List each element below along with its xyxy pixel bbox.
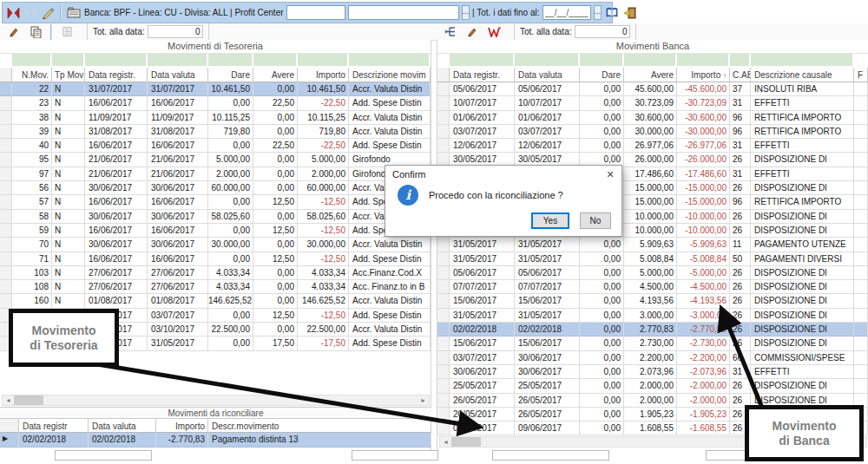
scroll-thumb[interactable] — [14, 395, 43, 405]
col-header-importo-sorted[interactable]: Importo ↑ — [677, 68, 730, 82]
table-row[interactable]: 31/05/2017 31/05/2017 0,00 3.000,00 -3.0… — [437, 309, 868, 323]
row-selector[interactable] — [0, 195, 12, 209]
col-header-data-valuta[interactable]: Data valuta — [148, 68, 208, 82]
book-icon[interactable] — [604, 4, 620, 21]
table-row[interactable]: 31/05/2017 31/05/2017 0,00 5.008,84 -5.0… — [437, 252, 868, 266]
col-header-cabi[interactable]: C.ABI — [730, 68, 751, 82]
scroll-thumb[interactable] — [451, 437, 481, 447]
row-selector[interactable] — [0, 294, 12, 308]
row-selector[interactable] — [0, 139, 12, 153]
profit-center-lookup-button[interactable]: ... — [462, 5, 470, 20]
col-header-data-valuta[interactable]: Data valuta — [89, 419, 156, 433]
col-header-data-registr[interactable]: Data registr. — [450, 68, 515, 82]
row-selector[interactable] — [437, 422, 450, 435]
table-row[interactable]: 108 N 27/06/2017 27/06/2017 4.033,34 0,0… — [0, 280, 431, 294]
row-selector[interactable] — [0, 96, 12, 110]
no-button[interactable]: No — [580, 212, 611, 229]
row-selector[interactable] — [0, 153, 12, 167]
reconcile-disabled-icon[interactable] — [23, 4, 38, 21]
row-selector[interactable] — [437, 139, 450, 153]
col-header-descr-movimento[interactable]: Descr.movimento — [208, 419, 431, 433]
col-header-dare[interactable]: Dare — [208, 68, 253, 82]
edit-icon[interactable] — [464, 23, 481, 40]
col-header-dare[interactable]: Dare — [580, 68, 624, 82]
row-selector[interactable] — [0, 125, 12, 139]
table-row[interactable]: 160 N 01/08/2017 01/08/2017 146.625,52 0… — [0, 294, 431, 308]
col-header-data-valuta[interactable]: Data valuta — [515, 68, 580, 82]
cardfile-icon[interactable] — [66, 4, 82, 21]
row-selector[interactable] — [0, 210, 12, 224]
table-row[interactable]: 70 N 30/06/2017 30/06/2017 30.000,00 0,0… — [0, 238, 431, 252]
close-icon[interactable]: ✕ — [599, 166, 621, 183]
table-row[interactable]: 59 N 16/06/2017 16/06/2017 0,00 12,50 -1… — [0, 224, 431, 238]
row-selector[interactable] — [437, 309, 450, 323]
row-selector[interactable] — [437, 82, 450, 96]
col-header-causale[interactable]: Descrizione causale — [751, 68, 854, 82]
table-row[interactable]: 05/06/2017 05/06/2017 0,00 5.000,00 -5.0… — [437, 266, 868, 280]
row-selector[interactable] — [0, 181, 12, 195]
row-selector[interactable] — [437, 408, 450, 422]
table-row[interactable]: 23 N 16/06/2017 16/06/2017 0,00 22,50 -2… — [0, 96, 431, 110]
col-header-data-registr[interactable]: Data registr — [19, 419, 89, 433]
row-selector[interactable] — [437, 351, 450, 365]
table-row[interactable]: 05/06/2017 05/06/2017 0,00 45.600,00 -45… — [437, 82, 868, 96]
col-header-avere[interactable]: Avere — [253, 68, 298, 82]
scroll-left-arrow[interactable]: ◂ — [440, 437, 451, 447]
table-row[interactable]: ▶ 02/02/2018 02/02/2018 -2.770,83 Pagame… — [0, 433, 431, 448]
edit-icon[interactable] — [5, 23, 23, 40]
table-row[interactable]: 15/06/2017 15/06/2017 0,00 4.193,56 -4.1… — [437, 294, 868, 308]
row-selector[interactable] — [0, 252, 12, 266]
pencil-icon[interactable] — [41, 4, 56, 21]
table-row[interactable]: 22 N 31/07/2017 31/07/2017 10.461,50 0,0… — [0, 82, 431, 96]
row-selector[interactable] — [0, 224, 12, 238]
col-header-nmov[interactable]: N.Mov. — [12, 68, 52, 82]
col-header-tpmov[interactable]: Tp Mov — [52, 68, 85, 82]
table-row[interactable]: 38 N 11/09/2017 11/09/2017 10.115,25 0,0… — [0, 111, 431, 125]
row-selector[interactable] — [0, 238, 12, 252]
row-selector[interactable] — [0, 111, 12, 125]
reconcile-icon[interactable] — [6, 4, 21, 21]
row-selector[interactable] — [437, 294, 450, 308]
bank-filter-row[interactable] — [437, 54, 868, 68]
table-row[interactable]: 25/05/2017 25/05/2017 0,00 2.000,00 -2.0… — [437, 379, 868, 393]
table-row[interactable]: 71 N 16/06/2017 16/06/2017 0,00 12,50 -1… — [0, 252, 431, 266]
table-row[interactable]: 56 N 30/06/2017 30/06/2017 60.000,00 0,0… — [0, 181, 431, 195]
table-row[interactable]: 31/05/2017 31/05/2017 0,00 5.909,63 -5.9… — [437, 238, 868, 252]
table-row[interactable]: 103 N 27/06/2017 27/06/2017 4.033,34 0,0… — [0, 266, 431, 280]
row-selector[interactable] — [437, 280, 450, 294]
table-row[interactable]: 58 N 30/06/2017 30/06/2017 58.025,60 0,0… — [0, 210, 431, 224]
table-row[interactable]: 97 N 21/06/2017 21/06/2017 2.000,00 0,00… — [0, 167, 431, 181]
row-selector[interactable] — [437, 125, 450, 139]
table-row[interactable]: 95 N 21/06/2017 21/06/2017 5.000,00 0,00… — [0, 153, 431, 167]
row-selector[interactable] — [437, 238, 450, 252]
cancel-reconcile-icon[interactable] — [485, 23, 503, 40]
scroll-right-arrow[interactable]: ▸ — [418, 395, 429, 405]
col-header-descrizione[interactable]: Descrizione movim — [349, 68, 431, 82]
table-row[interactable]: 01/06/2017 01/06/2017 0,00 30.600,00 -30… — [437, 111, 868, 125]
profit-center-input-1[interactable] — [286, 5, 345, 20]
list-icon[interactable] — [58, 23, 76, 40]
table-row[interactable]: 15/06/2017 15/06/2017 0,00 2.730,00 -2.7… — [437, 337, 868, 350]
row-selector[interactable] — [437, 252, 450, 266]
row-selector[interactable] — [0, 266, 12, 280]
row-selector[interactable] — [0, 82, 12, 96]
table-row[interactable]: 30/06/2017 30/06/2017 0,00 2.073,96 -2.0… — [437, 365, 868, 379]
table-row[interactable]: 02/02/2018 02/02/2018 0,00 2.770,83 -2.7… — [437, 323, 868, 337]
table-row[interactable]: 12/06/2017 12/06/2017 0,00 26.977,06 -26… — [437, 139, 868, 153]
table-row[interactable]: 10/07/2017 10/07/2017 0,00 30.723,09 -30… — [437, 96, 868, 110]
profit-center-input-2[interactable] — [348, 5, 459, 20]
col-header-clipped[interactable]: F — [854, 68, 868, 82]
row-selector[interactable] — [0, 280, 12, 294]
col-header-avere[interactable]: Avere — [624, 68, 677, 82]
col-header-importo[interactable]: Importo — [298, 68, 349, 82]
table-row[interactable]: 07/07/2017 07/07/2017 0,00 4.500,00 -4.5… — [437, 280, 868, 294]
scroll-left-arrow[interactable]: ◂ — [3, 395, 14, 405]
row-selector[interactable] — [437, 266, 450, 280]
table-row[interactable]: 03/07/2017 30/06/2017 0,00 2.200,00 -2.2… — [437, 351, 868, 365]
row-selector[interactable] — [437, 323, 450, 337]
treasury-filter-row[interactable] — [0, 54, 431, 68]
copy-icon[interactable] — [27, 23, 44, 40]
row-selector[interactable] — [437, 365, 450, 379]
table-row[interactable]: 39 N 31/08/2017 31/08/2017 719,80 0,00 7… — [0, 125, 431, 139]
yes-button[interactable]: Yes — [531, 212, 569, 229]
